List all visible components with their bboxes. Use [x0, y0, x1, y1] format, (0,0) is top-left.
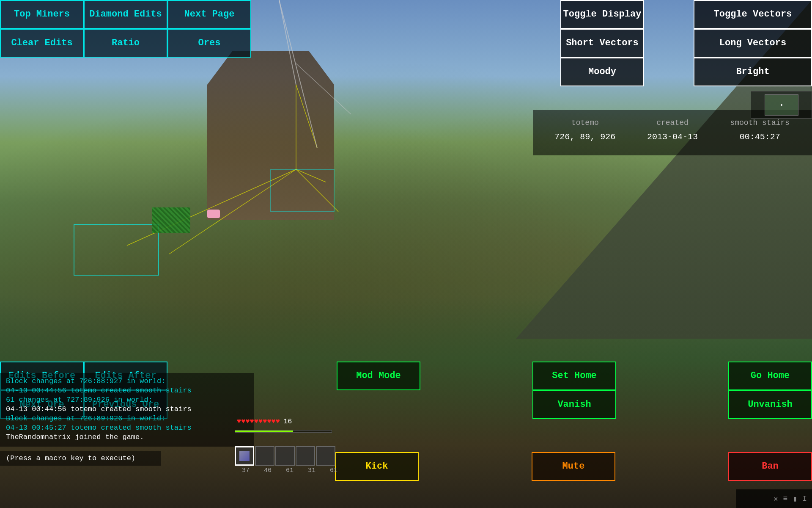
toggle-vectors-button[interactable]: Toggle Vectors: [694, 0, 812, 29]
toggle-display-button[interactable]: Toggle Display: [560, 0, 644, 29]
set-home-button[interactable]: Set Home: [532, 362, 616, 390]
bright-button[interactable]: Bright: [694, 58, 812, 86]
kick-button[interactable]: Kick: [335, 452, 419, 481]
mute-button[interactable]: Mute: [532, 452, 615, 481]
mod-mode-button[interactable]: Mod Mode: [337, 362, 420, 390]
long-vectors-button[interactable]: Long Vectors: [694, 29, 812, 58]
edits-after-button[interactable]: Edits After: [84, 362, 167, 390]
ores-button[interactable]: Ores: [167, 29, 251, 58]
edits-before-button[interactable]: Edits Before: [0, 362, 84, 390]
go-home-button[interactable]: Go Home: [728, 362, 812, 390]
next-ore-button[interactable]: Next Ore: [0, 390, 84, 419]
clear-edits-button[interactable]: Clear Edits: [0, 29, 84, 58]
next-page-button[interactable]: Next Page: [167, 0, 251, 29]
ratio-button[interactable]: Ratio: [84, 29, 167, 58]
vanish-button[interactable]: Vanish: [532, 390, 616, 419]
ban-button[interactable]: Ban: [728, 452, 812, 481]
unvanish-button[interactable]: Unvanish: [728, 390, 812, 419]
short-vectors-button[interactable]: Short Vectors: [560, 29, 644, 58]
prev-ore-button[interactable]: Previous Ore: [84, 390, 167, 419]
diamond-edits-button[interactable]: Diamond Edits: [84, 0, 167, 29]
top-miners-button[interactable]: Top Miners: [0, 0, 84, 29]
moody-button[interactable]: Moody: [560, 58, 644, 86]
